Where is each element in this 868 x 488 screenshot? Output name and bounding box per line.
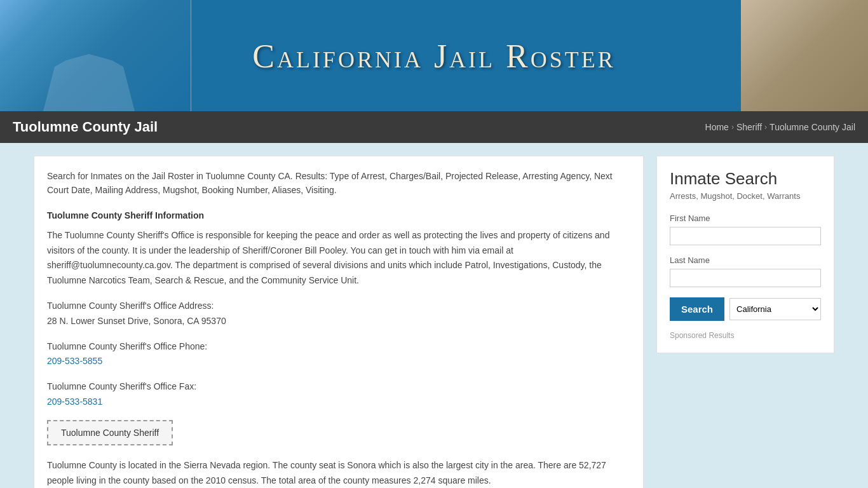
sheriff-body: The Tuolumne County Sheriff's Office is … bbox=[47, 228, 630, 288]
breadcrumb-sep-1: › bbox=[731, 123, 734, 132]
breadcrumb-current: Tuolumne County Jail bbox=[770, 122, 855, 132]
search-button[interactable]: Search bbox=[670, 297, 724, 321]
phone-link[interactable]: 209-533-5855 bbox=[47, 356, 102, 366]
breadcrumb-sep-2: › bbox=[764, 123, 767, 132]
phone-label: Tuolumne County Sheriff's Office Phone: bbox=[47, 339, 630, 355]
state-select[interactable]: California Alabama Alaska Arizona Arkans… bbox=[729, 298, 821, 320]
inmate-search-card: Inmate Search Arrests, Mugshot, Docket, … bbox=[656, 156, 834, 353]
breadcrumb-bar: Tuolumne County Jail Home › Sheriff › Tu… bbox=[0, 111, 868, 143]
first-name-group: First Name bbox=[670, 214, 821, 245]
header-title-area: California Jail Roster bbox=[252, 37, 616, 74]
sponsored-label: Sponsored Results bbox=[670, 331, 821, 340]
tuolumne-sheriff-button[interactable]: Tuolumne County Sheriff bbox=[47, 420, 173, 445]
fax-block: Tuolumne County Sheriff's Office Fax: 20… bbox=[47, 379, 630, 410]
address-value: 28 N. Lower Sunset Drive, Sonora, CA 953… bbox=[47, 314, 630, 329]
page-wrapper: California Jail Roster Tuolumne County J… bbox=[0, 0, 868, 488]
fax-label: Tuolumne County Sheriff's Office Fax: bbox=[47, 379, 630, 395]
header-capitol-image bbox=[0, 0, 191, 111]
inmate-search-subtitle: Arrests, Mugshot, Docket, Warrants bbox=[670, 191, 821, 201]
phone-block: Tuolumne County Sheriff's Office Phone: … bbox=[47, 339, 630, 370]
main-content: Search for Inmates on the Jail Roster in… bbox=[21, 143, 847, 488]
last-name-label: Last Name bbox=[670, 255, 821, 265]
county-description: Tuolumne County is located in the Sierra… bbox=[47, 458, 630, 488]
breadcrumb-sheriff-link[interactable]: Sheriff bbox=[736, 122, 762, 132]
inmate-search-title: Inmate Search bbox=[670, 169, 821, 189]
sidebar: Inmate Search Arrests, Mugshot, Docket, … bbox=[656, 156, 834, 488]
last-name-input[interactable] bbox=[670, 269, 821, 287]
header: California Jail Roster bbox=[0, 0, 868, 111]
content-area: Search for Inmates on the Jail Roster in… bbox=[34, 156, 644, 488]
header-divider bbox=[191, 0, 191, 111]
first-name-label: First Name bbox=[670, 214, 821, 223]
breadcrumb: Home › Sheriff › Tuolumne County Jail bbox=[705, 122, 855, 132]
page-title: Tuolumne County Jail bbox=[13, 119, 158, 135]
sheriff-section-title: Tuolumne County Sheriff Information bbox=[47, 210, 630, 220]
first-name-input[interactable] bbox=[670, 227, 821, 245]
fax-link[interactable]: 209-533-5831 bbox=[47, 396, 102, 407]
address-label: Tuolumne County Sheriff's Office Address… bbox=[47, 299, 630, 314]
search-row: Search California Alabama Alaska Arizona… bbox=[670, 297, 821, 321]
intro-paragraph: Search for Inmates on the Jail Roster in… bbox=[47, 169, 630, 198]
breadcrumb-home-link[interactable]: Home bbox=[705, 122, 729, 132]
site-title: California Jail Roster bbox=[252, 37, 616, 74]
header-jail-image bbox=[741, 0, 868, 111]
address-block: Tuolumne County Sheriff's Office Address… bbox=[47, 299, 630, 329]
last-name-group: Last Name bbox=[670, 255, 821, 287]
